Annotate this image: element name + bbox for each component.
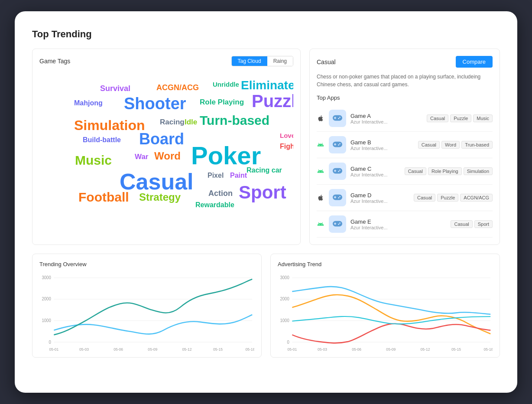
word-cloud-item[interactable]: Build-battle — [83, 137, 121, 143]
word-cloud-item[interactable]: Eliminate — [241, 79, 293, 91]
trending-overview-card: Trending Overview 3000 2000 1000 0 — [32, 254, 262, 358]
svg-text:05-06: 05-06 — [352, 347, 361, 352]
tag[interactable]: Role Playing — [428, 167, 462, 175]
word-cloud-item[interactable]: Rewardable — [195, 202, 234, 209]
app-icon-wrap — [329, 110, 346, 127]
word-cloud-item[interactable]: Role Playing — [200, 98, 244, 106]
word-cloud-item[interactable]: Action — [208, 189, 233, 197]
word-cloud-item[interactable]: Pixel — [208, 172, 224, 179]
tag[interactable]: ACGN/ACG — [460, 194, 493, 202]
app-icon-wrap — [329, 163, 346, 180]
svg-text:05-01: 05-01 — [49, 347, 58, 352]
word-cloud-item[interactable]: Unriddle — [213, 81, 239, 88]
platform-icon — [317, 194, 324, 202]
top-apps-label: Top Apps — [317, 94, 493, 101]
tag[interactable]: Trun-based — [461, 141, 493, 149]
app-dev: Azur Interactive... — [350, 119, 422, 124]
word-cloud-item[interactable]: Board — [139, 131, 184, 147]
word-cloud-item[interactable]: Fight — [280, 143, 293, 150]
tags-wrap: CasualWordTrun-based — [418, 141, 493, 149]
casual-desc: Chess or non-poker games that placed on … — [317, 73, 493, 88]
word-cloud: SurvivalACGN/ACGUnriddleEliminateMahjong… — [39, 72, 293, 228]
app-name: Game E — [350, 218, 446, 225]
word-cloud-item[interactable]: Football — [78, 191, 129, 204]
svg-text:05-12: 05-12 — [182, 347, 192, 352]
word-cloud-item[interactable]: Poker — [191, 143, 261, 168]
word-cloud-item[interactable]: Racing — [160, 118, 185, 126]
app-item[interactable]: Game E Azur Interactive... CasualSport — [317, 211, 493, 238]
tag[interactable]: Word — [441, 141, 460, 149]
word-cloud-item[interactable]: Sport — [239, 183, 286, 202]
tag[interactable]: Music — [473, 114, 493, 122]
tag[interactable]: Casual — [418, 141, 440, 149]
casual-header: Casual Compare — [317, 56, 493, 68]
word-cloud-item[interactable]: Casual — [120, 170, 194, 193]
svg-text:05-09: 05-09 — [148, 347, 157, 352]
svg-text:1000: 1000 — [42, 318, 52, 323]
word-cloud-item[interactable]: Turn-based — [200, 114, 269, 127]
svg-text:05-09: 05-09 — [386, 347, 396, 352]
tag[interactable]: Sport — [474, 220, 493, 228]
casual-title: Casual — [317, 59, 336, 65]
compare-btn[interactable]: Compare — [456, 56, 493, 68]
tags-wrap: CasualPuzzleACGN/ACG — [414, 194, 493, 202]
app-info: Game D Azur Interactive... — [350, 192, 409, 204]
platform-icon — [317, 167, 324, 175]
word-cloud-item[interactable]: Music — [75, 154, 112, 167]
app-item[interactable]: Game A Azur Interactive... CasualPuzzleM… — [317, 105, 493, 132]
word-cloud-item[interactable]: Simulation — [74, 118, 145, 132]
app-name: Game A — [350, 113, 422, 119]
platform-icon — [317, 220, 324, 228]
word-cloud-item[interactable]: ACGN/ACG — [156, 84, 199, 91]
word-cloud-item[interactable]: Love — [280, 132, 293, 139]
word-cloud-item[interactable]: Racing car — [247, 167, 282, 174]
game-tags-header: Game Tags Tag Cloud Raing — [39, 56, 293, 66]
top-row: Game Tags Tag Cloud Raing SurvivalACGN/A… — [32, 49, 500, 245]
tag[interactable]: Puzzle — [437, 194, 458, 202]
word-cloud-item[interactable]: Puzzle — [252, 92, 293, 110]
app-item[interactable]: Game D Azur Interactive... CasualPuzzleA… — [317, 185, 493, 211]
platform-icon — [317, 114, 324, 122]
app-info: Game A Azur Interactive... — [350, 113, 422, 124]
tags-wrap: CasualPuzzleMusic — [427, 114, 493, 122]
word-cloud-item[interactable]: War — [135, 153, 149, 160]
word-cloud-item[interactable]: Word — [154, 151, 181, 161]
svg-text:05-03: 05-03 — [79, 347, 89, 352]
svg-text:05-03: 05-03 — [318, 347, 327, 352]
apps-list: Game A Azur Interactive... CasualPuzzleM… — [317, 105, 493, 238]
raing-btn[interactable]: Raing — [267, 56, 293, 66]
word-cloud-item[interactable]: Mahjong — [74, 100, 103, 107]
tags-wrap: CasualSport — [451, 220, 493, 228]
tag[interactable]: Puzzle — [450, 114, 471, 122]
word-cloud-item[interactable]: Strategy — [139, 192, 181, 202]
svg-text:2000: 2000 — [42, 296, 52, 302]
tag[interactable]: Casual — [451, 220, 472, 228]
tag[interactable]: Casual — [405, 167, 426, 175]
app-item[interactable]: Game C Azur Interactive... CasualRole Pl… — [317, 158, 493, 185]
svg-text:05-18: 05-18 — [483, 347, 493, 352]
tags-wrap: CasualRole PlayingSimulation — [405, 167, 493, 175]
app-name: Game D — [350, 192, 409, 199]
app-item[interactable]: Game B Azur Interactive... CasualWordTru… — [317, 132, 493, 158]
tag-cloud-btn[interactable]: Tag Cloud — [232, 56, 267, 66]
trending-overview-title: Trending Overview — [39, 261, 254, 267]
svg-text:05-06: 05-06 — [114, 347, 123, 352]
app-icon-wrap — [329, 189, 346, 206]
app-name: Game B — [350, 139, 414, 146]
app-dev: Azur Interactive... — [350, 225, 446, 230]
svg-text:05-15: 05-15 — [451, 347, 461, 352]
bottom-row: Trending Overview 3000 2000 1000 0 — [32, 254, 500, 358]
svg-text:2000: 2000 — [280, 296, 290, 302]
word-cloud-item[interactable]: Paint — [230, 172, 247, 179]
tag[interactable]: Simulation — [464, 167, 493, 175]
word-cloud-item[interactable]: Survival — [100, 85, 130, 92]
word-cloud-item[interactable]: Idle — [185, 118, 197, 126]
word-cloud-item[interactable]: Shooter — [124, 95, 186, 112]
game-tags-title: Game Tags — [39, 58, 70, 65]
advertising-trend-card: Advertising Trend 3000 2000 1000 0 — [270, 254, 500, 358]
trending-overview-chart: 3000 2000 1000 0 05-01 05-03 0 — [39, 271, 254, 358]
tag[interactable]: Casual — [414, 194, 435, 202]
advertising-trend-chart: 3000 2000 1000 0 05-01 — [278, 271, 493, 358]
tag[interactable]: Casual — [427, 114, 448, 122]
svg-text:05-18: 05-18 — [245, 347, 254, 352]
